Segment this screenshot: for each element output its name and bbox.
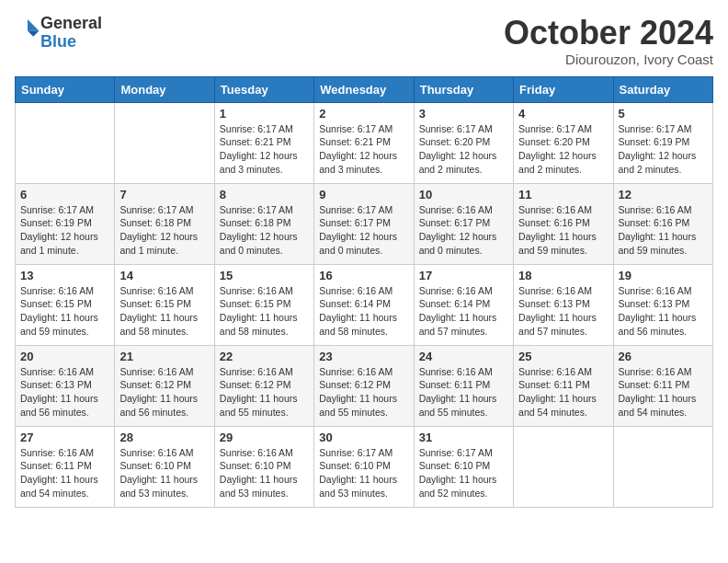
calendar-week-row: 1Sunrise: 6:17 AM Sunset: 6:21 PM Daylig… [16, 102, 713, 183]
day-number: 26 [619, 350, 708, 363]
calendar-cell: 5Sunrise: 6:17 AM Sunset: 6:19 PM Daylig… [613, 102, 712, 183]
day-detail: Sunrise: 6:16 AM Sunset: 6:14 PM Dayligh… [319, 284, 408, 339]
calendar-cell [16, 102, 115, 183]
calendar-week-row: 6Sunrise: 6:17 AM Sunset: 6:19 PM Daylig… [16, 183, 713, 264]
day-number: 19 [619, 269, 708, 282]
svg-marker-0 [28, 19, 39, 30]
day-number: 12 [619, 188, 708, 201]
day-detail: Sunrise: 6:16 AM Sunset: 6:16 PM Dayligh… [518, 203, 608, 258]
day-number: 20 [20, 350, 109, 363]
page-container: General Blue October 2024 Diourouzon, Iv… [0, 0, 728, 517]
title-block: October 2024 Diourouzon, Ivory Coast [504, 15, 713, 67]
logo-blue: Blue [40, 33, 102, 52]
calendar-cell [514, 426, 613, 507]
day-number: 14 [119, 269, 209, 282]
calendar-cell: 23Sunrise: 6:16 AM Sunset: 6:12 PM Dayli… [314, 345, 414, 426]
calendar-cell: 6Sunrise: 6:17 AM Sunset: 6:19 PM Daylig… [16, 183, 115, 264]
calendar-cell: 22Sunrise: 6:16 AM Sunset: 6:12 PM Dayli… [214, 345, 313, 426]
day-number: 27 [20, 431, 109, 444]
calendar-cell: 3Sunrise: 6:17 AM Sunset: 6:20 PM Daylig… [414, 102, 513, 183]
calendar-cell: 27Sunrise: 6:16 AM Sunset: 6:11 PM Dayli… [16, 426, 115, 507]
day-detail: Sunrise: 6:16 AM Sunset: 6:15 PM Dayligh… [20, 284, 109, 339]
calendar-week-row: 27Sunrise: 6:16 AM Sunset: 6:11 PM Dayli… [16, 426, 713, 507]
calendar-cell: 21Sunrise: 6:16 AM Sunset: 6:12 PM Dayli… [115, 345, 214, 426]
day-number: 6 [20, 188, 109, 201]
calendar-cell: 17Sunrise: 6:16 AM Sunset: 6:14 PM Dayli… [414, 264, 513, 345]
calendar-header: SundayMondayTuesdayWednesdayThursdayFrid… [16, 76, 713, 102]
day-detail: Sunrise: 6:16 AM Sunset: 6:10 PM Dayligh… [220, 446, 309, 500]
calendar-cell: 10Sunrise: 6:16 AM Sunset: 6:17 PM Dayli… [414, 183, 513, 264]
calendar-cell: 2Sunrise: 6:17 AM Sunset: 6:21 PM Daylig… [314, 102, 414, 183]
calendar-cell: 15Sunrise: 6:16 AM Sunset: 6:15 PM Dayli… [214, 264, 313, 345]
calendar-cell: 29Sunrise: 6:16 AM Sunset: 6:10 PM Dayli… [214, 426, 313, 507]
calendar-cell: 12Sunrise: 6:16 AM Sunset: 6:16 PM Dayli… [613, 183, 712, 264]
logo: General Blue [15, 15, 102, 52]
calendar-cell: 26Sunrise: 6:16 AM Sunset: 6:11 PM Dayli… [613, 345, 712, 426]
day-detail: Sunrise: 6:16 AM Sunset: 6:13 PM Dayligh… [20, 365, 109, 419]
day-number: 31 [419, 431, 508, 444]
day-number: 18 [518, 269, 608, 282]
logo-icon [15, 17, 40, 42]
day-header-row: SundayMondayTuesdayWednesdayThursdayFrid… [16, 76, 713, 102]
day-detail: Sunrise: 6:17 AM Sunset: 6:18 PM Dayligh… [220, 203, 309, 258]
day-detail: Sunrise: 6:16 AM Sunset: 6:11 PM Dayligh… [619, 365, 708, 419]
day-detail: Sunrise: 6:17 AM Sunset: 6:21 PM Dayligh… [319, 122, 408, 177]
day-detail: Sunrise: 6:17 AM Sunset: 6:21 PM Dayligh… [220, 122, 309, 177]
calendar-table: SundayMondayTuesdayWednesdayThursdayFrid… [15, 76, 713, 508]
day-number: 13 [20, 269, 109, 282]
day-number: 5 [619, 107, 708, 121]
day-header-sunday: Sunday [16, 76, 115, 102]
day-detail: Sunrise: 6:16 AM Sunset: 6:10 PM Dayligh… [119, 446, 209, 500]
logo-general: General [40, 15, 102, 33]
calendar-cell: 13Sunrise: 6:16 AM Sunset: 6:15 PM Dayli… [16, 264, 115, 345]
day-detail: Sunrise: 6:17 AM Sunset: 6:20 PM Dayligh… [419, 122, 508, 177]
day-number: 28 [119, 431, 209, 444]
day-detail: Sunrise: 6:16 AM Sunset: 6:12 PM Dayligh… [319, 365, 408, 419]
calendar-cell: 7Sunrise: 6:17 AM Sunset: 6:18 PM Daylig… [115, 183, 214, 264]
day-detail: Sunrise: 6:16 AM Sunset: 6:11 PM Dayligh… [419, 365, 508, 419]
calendar-cell [613, 426, 712, 507]
calendar-cell: 14Sunrise: 6:16 AM Sunset: 6:15 PM Dayli… [115, 264, 214, 345]
day-number: 24 [419, 350, 508, 363]
day-header-monday: Monday [115, 76, 214, 102]
day-detail: Sunrise: 6:16 AM Sunset: 6:12 PM Dayligh… [119, 365, 209, 419]
day-header-tuesday: Tuesday [214, 76, 313, 102]
day-detail: Sunrise: 6:16 AM Sunset: 6:12 PM Dayligh… [220, 365, 309, 419]
calendar-cell: 11Sunrise: 6:16 AM Sunset: 6:16 PM Dayli… [514, 183, 613, 264]
calendar-cell: 28Sunrise: 6:16 AM Sunset: 6:10 PM Dayli… [115, 426, 214, 507]
day-number: 21 [119, 350, 209, 363]
calendar-week-row: 20Sunrise: 6:16 AM Sunset: 6:13 PM Dayli… [16, 345, 713, 426]
day-number: 11 [518, 188, 608, 201]
location: Diourouzon, Ivory Coast [504, 52, 713, 67]
calendar-cell: 25Sunrise: 6:16 AM Sunset: 6:11 PM Dayli… [514, 345, 613, 426]
day-detail: Sunrise: 6:16 AM Sunset: 6:13 PM Dayligh… [619, 284, 708, 339]
day-detail: Sunrise: 6:16 AM Sunset: 6:11 PM Dayligh… [20, 446, 109, 500]
calendar-cell: 20Sunrise: 6:16 AM Sunset: 6:13 PM Dayli… [16, 345, 115, 426]
day-detail: Sunrise: 6:17 AM Sunset: 6:10 PM Dayligh… [419, 446, 508, 500]
calendar-cell: 18Sunrise: 6:16 AM Sunset: 6:13 PM Dayli… [514, 264, 613, 345]
calendar-cell: 30Sunrise: 6:17 AM Sunset: 6:10 PM Dayli… [314, 426, 414, 507]
calendar-cell: 19Sunrise: 6:16 AM Sunset: 6:13 PM Dayli… [613, 264, 712, 345]
day-detail: Sunrise: 6:16 AM Sunset: 6:15 PM Dayligh… [220, 284, 309, 339]
day-number: 1 [220, 107, 309, 121]
day-number: 29 [220, 431, 309, 444]
day-number: 3 [419, 107, 508, 121]
day-detail: Sunrise: 6:16 AM Sunset: 6:14 PM Dayligh… [419, 284, 508, 339]
day-number: 22 [220, 350, 309, 363]
day-detail: Sunrise: 6:17 AM Sunset: 6:10 PM Dayligh… [319, 446, 408, 500]
day-detail: Sunrise: 6:16 AM Sunset: 6:15 PM Dayligh… [119, 284, 209, 339]
day-header-friday: Friday [514, 76, 613, 102]
day-detail: Sunrise: 6:17 AM Sunset: 6:19 PM Dayligh… [619, 122, 708, 177]
calendar-cell: 4Sunrise: 6:17 AM Sunset: 6:20 PM Daylig… [514, 102, 613, 183]
day-detail: Sunrise: 6:16 AM Sunset: 6:16 PM Dayligh… [619, 203, 708, 258]
day-number: 7 [119, 188, 209, 201]
day-detail: Sunrise: 6:16 AM Sunset: 6:11 PM Dayligh… [518, 365, 608, 419]
calendar-body: 1Sunrise: 6:17 AM Sunset: 6:21 PM Daylig… [16, 102, 713, 507]
day-number: 4 [518, 107, 608, 121]
day-number: 23 [319, 350, 408, 363]
calendar-cell: 8Sunrise: 6:17 AM Sunset: 6:18 PM Daylig… [214, 183, 313, 264]
calendar-cell: 9Sunrise: 6:17 AM Sunset: 6:17 PM Daylig… [314, 183, 414, 264]
calendar-cell: 31Sunrise: 6:17 AM Sunset: 6:10 PM Dayli… [414, 426, 513, 507]
month-title: October 2024 [504, 15, 713, 52]
day-number: 15 [220, 269, 309, 282]
